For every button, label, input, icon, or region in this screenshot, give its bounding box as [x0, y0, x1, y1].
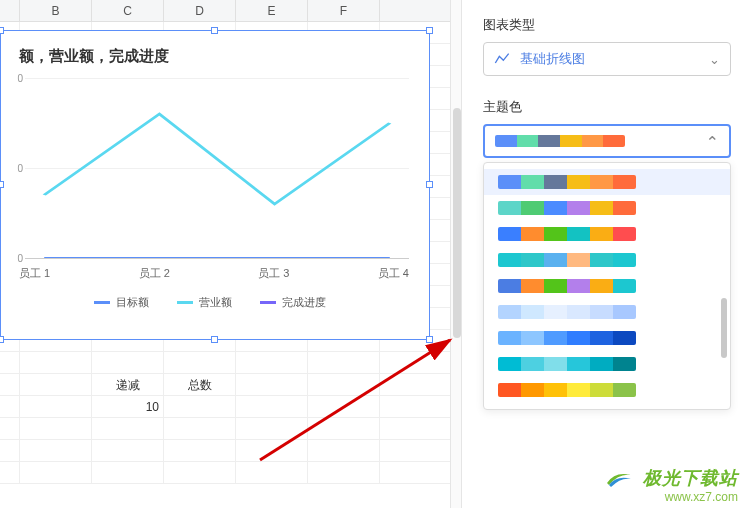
chart-legend: 目标额 营业额 完成进度: [1, 295, 419, 310]
chart-type-select[interactable]: 基础折线图 ⌄: [483, 42, 731, 76]
col-header-f[interactable]: F: [308, 0, 380, 21]
chart-type-value: 基础折线图: [520, 50, 585, 68]
legend-label: 完成进度: [282, 295, 326, 310]
palette-option[interactable]: [484, 221, 730, 247]
col-header-b[interactable]: B: [20, 0, 92, 21]
dropdown-scrollbar-thumb[interactable]: [721, 298, 727, 358]
watermark-url: www.xz7.com: [605, 490, 738, 504]
legend-label: 目标额: [116, 295, 149, 310]
palette-option[interactable]: [484, 325, 730, 351]
col-header-e[interactable]: E: [236, 0, 308, 21]
chart-lines: [25, 78, 409, 258]
x-label: 员工 2: [139, 266, 170, 281]
x-label: 员工 1: [19, 266, 50, 281]
x-axis-labels: 员工 1 员工 2 员工 3 员工 4: [19, 266, 409, 281]
theme-color-dropdown[interactable]: [483, 162, 731, 410]
chevron-up-icon: ⌄: [706, 132, 719, 151]
table-header-row: 递减 总数: [0, 374, 450, 396]
resize-handle[interactable]: [426, 181, 433, 188]
col-header-c[interactable]: C: [92, 0, 164, 21]
resize-handle[interactable]: [211, 27, 218, 34]
col-header-d[interactable]: D: [164, 0, 236, 21]
line-chart-icon: [494, 51, 510, 67]
table-data-row: 10: [0, 396, 450, 418]
chart-object[interactable]: 额，营业额，完成进度 0 0 0 员工 1 员工 2: [0, 30, 430, 340]
settings-panel: 图表类型 基础折线图 ⌄ 主题色 ⌄: [465, 0, 744, 508]
theme-color-label: 主题色: [483, 98, 744, 116]
resize-handle[interactable]: [426, 27, 433, 34]
resize-handle[interactable]: [426, 336, 433, 343]
watermark-brand: 极光下载站: [643, 468, 738, 488]
palette-option[interactable]: [484, 247, 730, 273]
palette-option[interactable]: [484, 299, 730, 325]
legend-swatch: [177, 301, 193, 304]
x-label: 员工 3: [258, 266, 289, 281]
palette-option[interactable]: [484, 195, 730, 221]
selected-palette: [495, 135, 625, 147]
palette-option[interactable]: [484, 377, 730, 403]
column-headers-row: B C D E F: [0, 0, 450, 22]
resize-handle[interactable]: [0, 336, 4, 343]
palette-option[interactable]: [484, 351, 730, 377]
theme-color-select[interactable]: ⌄: [483, 124, 731, 158]
scrollbar-thumb[interactable]: [453, 108, 461, 338]
palette-option[interactable]: [484, 273, 730, 299]
logo-icon: [605, 469, 633, 489]
resize-handle[interactable]: [211, 336, 218, 343]
chart-plot-area: 0 0 0: [7, 78, 419, 258]
resize-handle[interactable]: [0, 181, 4, 188]
legend-swatch: [260, 301, 276, 304]
watermark: 极光下载站 www.xz7.com: [605, 466, 738, 504]
chevron-down-icon: ⌄: [709, 52, 720, 67]
table-cell-value[interactable]: 10: [92, 396, 164, 417]
legend-swatch: [94, 301, 110, 304]
table-header-cell[interactable]: 总数: [164, 374, 236, 395]
y-tick: 0: [17, 253, 23, 264]
spreadsheet: B C D E F 递减 总数 10: [0, 0, 450, 508]
col-header[interactable]: [0, 0, 20, 21]
y-tick: 0: [17, 163, 23, 174]
chart-type-label: 图表类型: [483, 16, 744, 34]
chart-title: 额，营业额，完成进度: [19, 47, 419, 66]
table-header-cell[interactable]: 递减: [92, 374, 164, 395]
resize-handle[interactable]: [0, 27, 4, 34]
y-tick: 0: [17, 73, 23, 84]
vertical-scrollbar[interactable]: [450, 0, 462, 508]
x-label: 员工 4: [378, 266, 409, 281]
palette-option[interactable]: [484, 169, 730, 195]
legend-label: 营业额: [199, 295, 232, 310]
